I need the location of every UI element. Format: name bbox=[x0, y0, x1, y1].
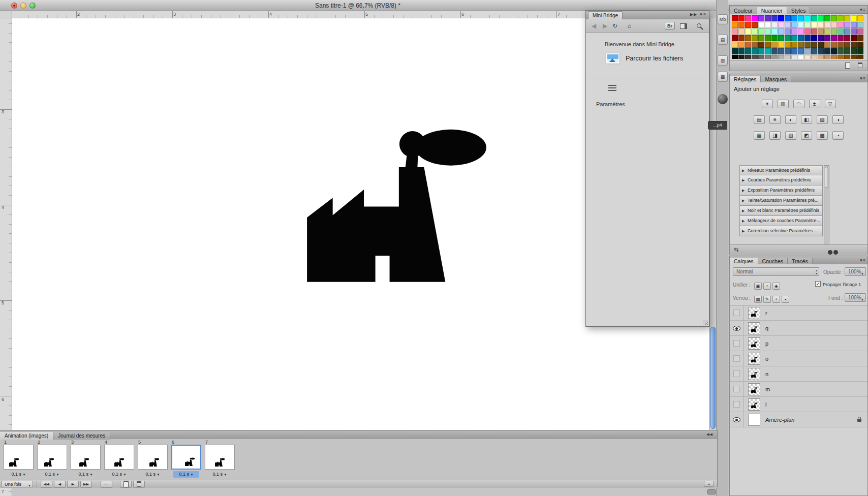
unify-visibility-icon[interactable]: + bbox=[763, 283, 771, 290]
swatch[interactable] bbox=[778, 22, 784, 28]
swatch[interactable] bbox=[791, 28, 797, 35]
swatch[interactable] bbox=[758, 55, 764, 59]
layer-row[interactable]: l bbox=[730, 397, 867, 412]
swatch[interactable] bbox=[838, 15, 844, 21]
lock-pixels-icon[interactable]: ✎ bbox=[763, 296, 771, 303]
swatch[interactable] bbox=[771, 42, 778, 48]
swatch[interactable] bbox=[732, 22, 738, 28]
swatch[interactable] bbox=[838, 35, 844, 41]
swatch[interactable] bbox=[758, 35, 764, 41]
swatch[interactable] bbox=[811, 55, 817, 59]
swatch[interactable] bbox=[818, 28, 824, 35]
swatch[interactable] bbox=[771, 15, 778, 21]
swatch[interactable] bbox=[818, 48, 824, 54]
preset-row[interactable]: ▶Teinte/Saturation Paramètres pré... bbox=[739, 196, 823, 206]
swatch[interactable] bbox=[765, 55, 771, 59]
preset-row[interactable]: ▶Noir et blanc Paramètres prédéfinis bbox=[739, 206, 823, 216]
animation-frame[interactable]: 10,1 s ▼ bbox=[4, 440, 34, 479]
swatch[interactable] bbox=[758, 28, 764, 35]
visibility-well[interactable] bbox=[730, 351, 744, 366]
swatch[interactable] bbox=[844, 55, 850, 59]
invert-icon[interactable]: ◑ bbox=[832, 115, 844, 124]
swatch[interactable] bbox=[745, 55, 751, 59]
swatch[interactable] bbox=[798, 15, 804, 21]
swatch[interactable] bbox=[778, 55, 784, 59]
preset-row[interactable]: ▶Mélangeur de couches Paramètre... bbox=[739, 216, 823, 226]
swatch[interactable] bbox=[851, 42, 857, 48]
frame-delay[interactable]: 0,1 s ▼ bbox=[73, 471, 99, 478]
swatch[interactable] bbox=[831, 35, 837, 41]
swatch[interactable] bbox=[838, 48, 844, 54]
scrollbar-thumb[interactable] bbox=[710, 327, 716, 429]
swatch[interactable] bbox=[752, 55, 758, 59]
settings-label[interactable]: Paramètres bbox=[596, 101, 625, 107]
gradient-map-icon[interactable]: ▧ bbox=[785, 131, 796, 140]
smooth-icon[interactable]: ◔ bbox=[832, 131, 844, 140]
swatch[interactable] bbox=[857, 55, 863, 59]
swatch[interactable] bbox=[844, 15, 850, 21]
sphere-dock-icon[interactable] bbox=[718, 94, 728, 104]
layer-row[interactable]: Arrière-plan bbox=[730, 412, 867, 427]
swatch[interactable] bbox=[785, 22, 791, 28]
unify-style-icon[interactable]: ◈ bbox=[772, 283, 780, 290]
properties-dock-icon[interactable]: ▦ bbox=[718, 72, 728, 82]
swatch[interactable] bbox=[818, 15, 824, 21]
swatch[interactable] bbox=[851, 15, 857, 21]
swatch[interactable] bbox=[771, 35, 778, 41]
swatch[interactable] bbox=[732, 15, 738, 21]
swatch[interactable] bbox=[785, 55, 791, 59]
swatch[interactable] bbox=[844, 28, 850, 35]
swatch[interactable] bbox=[778, 15, 784, 21]
swatch[interactable] bbox=[838, 22, 844, 28]
layer-row[interactable]: n bbox=[730, 366, 867, 382]
bridge-button[interactable]: Br bbox=[665, 22, 675, 29]
curves-icon[interactable]: ◠ bbox=[793, 100, 804, 108]
frame-delay[interactable]: 0,1 s ▼ bbox=[140, 471, 166, 478]
swatch[interactable] bbox=[824, 42, 830, 48]
swatch[interactable] bbox=[758, 48, 764, 54]
swatch[interactable] bbox=[838, 55, 844, 59]
lock-position-icon[interactable]: + bbox=[772, 296, 780, 303]
swatch[interactable] bbox=[732, 48, 738, 54]
swatch[interactable] bbox=[778, 28, 784, 35]
swatch[interactable] bbox=[785, 42, 791, 48]
swatch[interactable] bbox=[831, 28, 837, 35]
swatch[interactable] bbox=[838, 28, 844, 35]
layer-row[interactable]: o bbox=[730, 351, 867, 366]
loop-select[interactable]: Une fois ▼ bbox=[2, 481, 33, 487]
swatch[interactable] bbox=[738, 48, 745, 54]
swatch[interactable] bbox=[791, 15, 797, 21]
layer-row[interactable]: r bbox=[730, 305, 867, 321]
levels-icon[interactable]: ▥ bbox=[778, 100, 789, 108]
swatch[interactable] bbox=[857, 22, 863, 28]
new-swatch-button[interactable] bbox=[845, 63, 850, 69]
search-icon[interactable] bbox=[697, 23, 701, 28]
visibility-well[interactable] bbox=[730, 321, 744, 336]
swatch[interactable] bbox=[798, 28, 804, 35]
visibility-well[interactable] bbox=[730, 305, 744, 321]
panel-menu-icon[interactable]: ▼≡ bbox=[859, 8, 865, 12]
swatch[interactable] bbox=[771, 48, 778, 54]
refresh-icon[interactable]: ↻ bbox=[612, 22, 617, 29]
visibility-well[interactable] bbox=[730, 382, 744, 397]
swatch[interactable] bbox=[791, 48, 797, 54]
black-white-icon[interactable]: ◐ bbox=[785, 115, 796, 124]
frame-delay[interactable]: 0,1 s ▼ bbox=[6, 471, 32, 478]
swatch[interactable] bbox=[745, 15, 751, 21]
swatch[interactable] bbox=[857, 15, 863, 21]
swatch[interactable] bbox=[851, 55, 857, 59]
swatch[interactable] bbox=[857, 35, 863, 41]
swatch[interactable] bbox=[732, 35, 738, 41]
swatch[interactable] bbox=[851, 48, 857, 54]
color-balance-icon[interactable]: ≡ bbox=[769, 115, 781, 124]
swatch[interactable] bbox=[804, 15, 811, 21]
swatch[interactable] bbox=[752, 35, 758, 41]
swatch[interactable] bbox=[824, 15, 830, 21]
swatch[interactable] bbox=[804, 55, 811, 59]
swatch[interactable] bbox=[798, 48, 804, 54]
swatch[interactable] bbox=[771, 55, 778, 59]
swatch[interactable] bbox=[791, 35, 797, 41]
navigator-dock-icon[interactable]: ▤ bbox=[718, 35, 728, 45]
swatch[interactable] bbox=[811, 28, 817, 35]
preset-scrollbar[interactable] bbox=[824, 165, 829, 245]
